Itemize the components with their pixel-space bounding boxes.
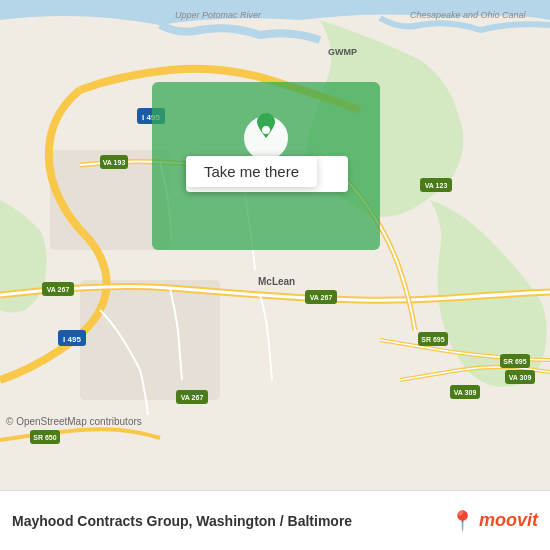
- bottom-bar: Mayhood Contracts Group, Washington / Ba…: [0, 490, 550, 550]
- company-name: Mayhood Contracts Group, Washington / Ba…: [12, 513, 440, 529]
- svg-text:VA 267: VA 267: [181, 394, 204, 401]
- svg-text:VA 267: VA 267: [47, 286, 70, 293]
- svg-text:SR 695: SR 695: [503, 358, 526, 365]
- svg-text:GWMP: GWMP: [328, 47, 357, 57]
- moovit-text: moovit: [479, 510, 538, 531]
- svg-text:VA 193: VA 193: [103, 159, 126, 166]
- svg-text:Chesapeake and Ohio Canal: Chesapeake and Ohio Canal: [410, 10, 527, 20]
- take-me-there-button[interactable]: Take me there: [186, 156, 317, 187]
- svg-text:Upper Potomac River: Upper Potomac River: [175, 10, 262, 20]
- svg-text:SR 650: SR 650: [33, 434, 56, 441]
- svg-text:VA 123: VA 123: [425, 182, 448, 189]
- moovit-logo[interactable]: 📍 moovit: [450, 509, 538, 533]
- moovit-pin-icon: 📍: [450, 509, 475, 533]
- svg-point-33: [262, 126, 270, 134]
- svg-text:SR 695: SR 695: [421, 336, 444, 343]
- svg-text:I 495: I 495: [63, 335, 81, 344]
- svg-text:VA 309: VA 309: [454, 389, 477, 396]
- map-container: I 495 I 495 VA 193 VA 267 VA 267 VA 267 …: [0, 0, 550, 490]
- map-attribution: © OpenStreetMap contributors: [6, 416, 142, 427]
- svg-text:VA 267: VA 267: [310, 294, 333, 301]
- svg-text:VA 309: VA 309: [509, 374, 532, 381]
- svg-text:McLean: McLean: [258, 276, 295, 287]
